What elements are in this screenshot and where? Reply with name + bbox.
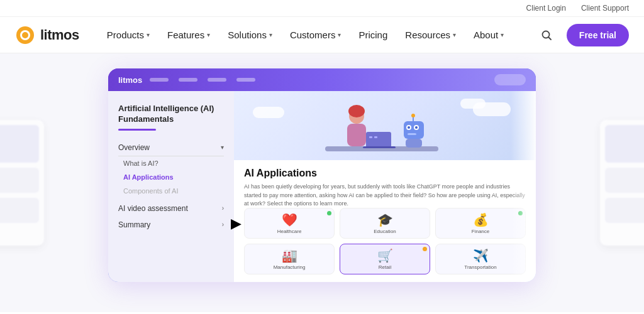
app-grid: ❤️ Healthcare 🎓 Education 💰 Finance 🏭 xyxy=(234,208,536,282)
hero-section: litmos Artificial Intelligence (AI) Fund… xyxy=(0,53,644,312)
nav-item-about[interactable]: About ▾ xyxy=(466,24,511,45)
svg-rect-3 xyxy=(25,26,26,30)
navbar: litmos Products ▾ Features ▾ Solutions ▾… xyxy=(0,17,644,53)
chevron-down-icon: ▾ xyxy=(501,31,504,38)
nav-actions: Free trial xyxy=(536,24,629,46)
app-card-label: Finance xyxy=(472,229,489,234)
sidebar-item-what-is-ai[interactable]: What is AI? xyxy=(118,156,224,170)
preview-card: litmos Artificial Intelligence (AI) Fund… xyxy=(108,68,536,282)
arrow-right-icon: › xyxy=(222,221,224,228)
sidebar-video-label: AI video assessment xyxy=(118,204,188,213)
app-card-manufacturing[interactable]: 🏭 Manufacturing xyxy=(244,244,335,274)
sidebar-section-overview[interactable]: Overview ▾ xyxy=(118,139,224,156)
preview-top-bar: litmos xyxy=(108,68,536,91)
desk-illustration xyxy=(306,97,464,160)
app-card-label: Retail xyxy=(379,264,391,270)
sidebar-section-overview-label: Overview xyxy=(118,143,150,152)
nav-item-features[interactable]: Features ▾ xyxy=(160,24,218,45)
svg-point-12 xyxy=(348,105,365,117)
svg-rect-17 xyxy=(404,121,424,139)
logo-icon xyxy=(15,25,35,45)
sidebar-summary-label: Summary xyxy=(118,220,150,229)
nav-item-pricing[interactable]: Pricing xyxy=(351,24,395,45)
logo-text: litmos xyxy=(40,27,79,43)
side-card-left xyxy=(0,120,44,246)
svg-rect-14 xyxy=(363,146,396,148)
cloud-shape xyxy=(253,107,284,118)
svg-rect-13 xyxy=(366,132,391,148)
chevron-down-icon: ▾ xyxy=(221,144,224,151)
svg-rect-5 xyxy=(16,35,19,36)
client-support-link[interactable]: Client Support xyxy=(581,4,629,13)
chevron-down-icon: ▾ xyxy=(338,31,341,38)
preview-nav-dot xyxy=(150,78,169,82)
course-content: AI Applications AI has been quietly deve… xyxy=(234,91,536,282)
healthcare-icon: ❤️ xyxy=(282,214,297,226)
svg-point-2 xyxy=(22,32,28,38)
content-paragraph: AI has been quietly developing for years… xyxy=(244,183,526,208)
finance-icon: 💰 xyxy=(473,214,489,226)
side-card-right xyxy=(600,120,644,246)
manufacturing-icon: 🏭 xyxy=(282,249,297,262)
status-badge-orange xyxy=(423,247,427,251)
svg-line-8 xyxy=(548,37,551,40)
education-icon: 🎓 xyxy=(377,214,393,226)
app-card-retail[interactable]: 🛒 Retail xyxy=(340,244,430,274)
sidebar-item-ai-applications[interactable]: AI Applications xyxy=(118,170,224,184)
utility-bar: Client Login Client Support xyxy=(0,0,644,17)
chevron-down-icon: ▾ xyxy=(207,31,210,38)
nav-item-solutions[interactable]: Solutions ▾ xyxy=(220,24,280,45)
content-text-area: AI Applications AI has been quietly deve… xyxy=(234,160,536,208)
course-title: Artificial Intelligence (AI) Fundamental… xyxy=(118,104,224,125)
chevron-down-icon: ▾ xyxy=(453,31,456,38)
logo[interactable]: litmos xyxy=(15,25,79,45)
sidebar-item-components: Components of AI xyxy=(118,184,224,198)
svg-rect-16 xyxy=(374,136,377,138)
client-login-link[interactable]: Client Login xyxy=(526,4,566,13)
app-card-healthcare[interactable]: ❤️ Healthcare xyxy=(244,208,335,239)
content-heading: AI Applications xyxy=(244,168,526,179)
app-card-label: Manufacturing xyxy=(274,264,306,270)
retail-icon: 🛒 xyxy=(377,249,393,262)
content-fade-right xyxy=(511,91,536,282)
cursor-icon: ▶ xyxy=(231,215,242,232)
svg-point-20 xyxy=(408,126,410,129)
svg-point-24 xyxy=(411,114,415,117)
inner-wrapper: Artificial Intelligence (AI) Fundamental… xyxy=(108,91,536,282)
search-icon xyxy=(541,30,552,41)
transportation-icon: ✈️ xyxy=(473,249,489,262)
preview-top-button xyxy=(494,74,526,85)
preview-nav-dot xyxy=(208,78,226,82)
sidebar-item-video[interactable]: AI video assessment › xyxy=(118,200,224,217)
arrow-right-icon: › xyxy=(222,205,224,212)
search-button[interactable] xyxy=(536,25,557,45)
preview-nav-dot xyxy=(236,78,255,82)
svg-point-7 xyxy=(542,31,549,38)
app-card-label: Transportation xyxy=(464,264,496,270)
nav-item-customers[interactable]: Customers ▾ xyxy=(282,24,349,45)
preview-nav-dots xyxy=(150,78,487,82)
preview-nav-dot xyxy=(179,78,197,82)
svg-point-21 xyxy=(415,126,418,129)
chevron-down-icon: ▾ xyxy=(269,31,272,38)
preview-logo: litmos xyxy=(118,75,142,85)
nav-links: Products ▾ Features ▾ Solutions ▾ Custom… xyxy=(99,24,536,45)
free-trial-button[interactable]: Free trial xyxy=(567,24,629,46)
svg-rect-22 xyxy=(408,133,416,135)
svg-rect-25 xyxy=(406,139,422,148)
nav-item-products[interactable]: Products ▾ xyxy=(99,24,157,45)
sidebar-item-summary[interactable]: Summary › xyxy=(118,217,224,233)
app-card-education[interactable]: 🎓 Education xyxy=(340,208,430,239)
svg-rect-15 xyxy=(369,136,372,138)
purple-accent-bar xyxy=(118,129,156,131)
status-badge-green xyxy=(327,211,331,215)
illustration-area xyxy=(234,91,536,160)
app-card-label: Healthcare xyxy=(277,229,302,234)
svg-rect-4 xyxy=(25,41,26,44)
cloud-shape xyxy=(460,99,486,109)
chevron-down-icon: ▾ xyxy=(147,31,150,38)
nav-item-resources[interactable]: Resources ▾ xyxy=(397,24,464,45)
svg-rect-6 xyxy=(31,35,34,36)
course-sidebar: Artificial Intelligence (AI) Fundamental… xyxy=(108,91,234,282)
app-card-label: Education xyxy=(374,229,396,234)
